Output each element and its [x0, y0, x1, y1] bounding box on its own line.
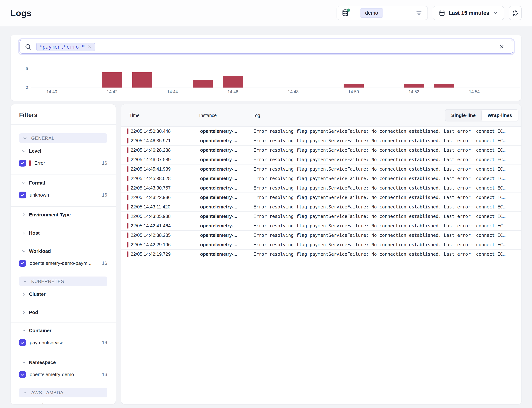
cell-instance: opentelemetry-... — [200, 166, 253, 172]
histogram-plot-area[interactable]: 14:4014:4214:4414:4614:4814:5014:5214:54 — [31, 61, 520, 94]
checkbox-checked[interactable] — [19, 339, 26, 346]
checkbox-checked[interactable] — [19, 371, 26, 378]
cell-time: 22/05 14:45:38.028 — [131, 176, 200, 181]
severity-error-tick — [127, 185, 129, 191]
clear-search-icon[interactable] — [499, 44, 505, 50]
x-axis-tick: 14:40 — [46, 89, 57, 94]
filter-group-pod[interactable]: Pod — [19, 309, 107, 315]
check-icon — [20, 340, 25, 345]
refresh-icon — [512, 9, 519, 17]
checkbox-checked[interactable] — [19, 260, 26, 267]
chevron-down-icon — [22, 390, 27, 395]
filter-section-kubernetes[interactable]: KUBERNETES — [19, 277, 107, 286]
calendar-icon — [439, 10, 445, 16]
cell-time: 22/05 14:46:35.971 — [131, 138, 200, 143]
severity-error-tick — [127, 213, 129, 219]
filter-item-count: 16 — [102, 161, 107, 166]
filter-group-format[interactable]: Format — [19, 180, 107, 186]
cell-log: Error resolving flag paymentServiceFailu… — [253, 148, 521, 153]
filter-section-general[interactable]: GENERAL — [19, 133, 107, 143]
cell-log: Error resolving flag paymentServiceFailu… — [253, 195, 521, 200]
data-source-picker[interactable]: demo — [337, 6, 428, 20]
cell-time: 22/05 14:42:19.729 — [131, 251, 200, 257]
cell-log: Error resolving flag paymentServiceFailu… — [253, 186, 521, 191]
time-range-button[interactable]: Last 15 minutes — [433, 6, 504, 20]
toggle-single-line[interactable]: Single-line — [445, 110, 481, 121]
filter-item: opentelemetry-demo16 — [19, 370, 107, 379]
table-row[interactable]: 22/05 14:43:22.986 opentelemetry-... Err… — [121, 193, 521, 202]
cell-time: 22/05 14:45:41.939 — [131, 166, 200, 172]
severity-error-tick — [127, 176, 129, 181]
cell-log: Error resolving flag paymentServiceFailu… — [253, 167, 521, 172]
filter-group-label: Cluster — [29, 291, 46, 297]
filter-group-workload[interactable]: Workload — [19, 248, 107, 254]
filter-item-count: 16 — [102, 261, 107, 266]
data-source-segment[interactable] — [337, 6, 354, 20]
query-chip[interactable]: *payment*error* — [36, 43, 95, 51]
filter-group-environment-type[interactable]: Environment Type — [19, 212, 107, 218]
table-row[interactable]: 22/05 14:43:11.420 opentelemetry-... Err… — [121, 202, 521, 212]
filter-group-label: Namespace — [29, 360, 56, 365]
severity-error-tick — [127, 242, 129, 247]
table-row[interactable]: 22/05 14:42:38.285 opentelemetry-... Err… — [121, 231, 521, 240]
cell-instance: opentelemetry-... — [200, 176, 253, 181]
cell-log: Error resolving flag paymentServiceFailu… — [253, 223, 521, 229]
cell-instance: opentelemetry-... — [200, 223, 253, 229]
cell-time: 22/05 14:50:30.448 — [131, 128, 200, 134]
refresh-button[interactable] — [509, 6, 522, 20]
table-row[interactable]: 22/05 14:43:30.757 opentelemetry-... Err… — [121, 183, 521, 193]
filter-group-container[interactable]: Container — [19, 327, 107, 334]
divider — [11, 225, 116, 225]
divider — [11, 124, 116, 125]
gridline-baseline — [31, 87, 520, 88]
check-icon — [20, 161, 25, 166]
filter-group-label: Pod — [29, 310, 38, 315]
cell-instance: opentelemetry-... — [200, 185, 253, 191]
time-range-label: Last 15 minutes — [449, 10, 489, 16]
table-row[interactable]: 22/05 14:45:38.028 opentelemetry-... Err… — [121, 174, 521, 183]
cell-log: Error resolving flag paymentServiceFailu… — [253, 204, 521, 210]
column-header-time: Time — [129, 113, 199, 118]
table-row[interactable]: 22/05 14:50:30.448 opentelemetry-... Err… — [121, 127, 521, 136]
filter-group-label: Host — [29, 230, 40, 236]
severity-error-tick — [127, 166, 129, 172]
table-row[interactable]: 22/05 14:46:35.971 opentelemetry-... Err… — [121, 136, 521, 145]
filter-item-count: 16 — [102, 372, 107, 377]
x-axis-tick: 14:42 — [107, 89, 117, 94]
source-tag-chip[interactable]: demo — [360, 8, 383, 18]
logs-table-header: Time Instance Log Single-line Wrap-lines — [121, 104, 521, 127]
table-row[interactable]: 22/05 14:42:19.729 opentelemetry-... Err… — [121, 250, 521, 259]
table-row[interactable]: 22/05 14:45:41.939 opentelemetry-... Err… — [121, 164, 521, 174]
filter-group-cluster[interactable]: Cluster — [19, 291, 107, 297]
check-icon — [20, 372, 25, 377]
filter-group-host[interactable]: Host — [19, 230, 107, 236]
divider — [11, 304, 116, 304]
column-header-log: Log — [253, 113, 445, 118]
filter-group-level[interactable]: Level — [19, 148, 107, 154]
checkbox-checked[interactable] — [19, 192, 26, 198]
filter-group-namespace[interactable]: Namespace — [19, 359, 107, 366]
checkbox-checked[interactable] — [19, 160, 26, 167]
log-histogram: 5 0 14:4014:4214:4414:4614:4814:5014:521… — [19, 61, 520, 94]
chevron-down-icon — [493, 10, 498, 16]
table-row[interactable]: 22/05 14:46:28.238 opentelemetry-... Err… — [121, 145, 521, 155]
remove-chip-icon[interactable] — [87, 45, 92, 49]
table-row[interactable]: 22/05 14:43:05.988 opentelemetry-... Err… — [121, 212, 521, 221]
chevron-down-icon — [21, 149, 26, 153]
severity-error-tick — [127, 232, 129, 238]
severity-error-tick — [127, 204, 129, 210]
histogram-bar — [223, 76, 243, 87]
filter-item: Error16 — [19, 158, 107, 168]
filter-item-label: Error — [34, 160, 45, 166]
filter-group-function-name[interactable]: Function Name — [19, 402, 107, 404]
table-row[interactable]: 22/05 14:42:29.196 opentelemetry-... Err… — [121, 240, 521, 250]
cell-log: Error resolving flag paymentServiceFailu… — [253, 176, 521, 181]
filter-section-aws-lambda[interactable]: AWS LAMBDA — [19, 388, 107, 397]
filter-lines-icon[interactable] — [415, 9, 423, 17]
search-input[interactable]: *payment*error* — [19, 40, 513, 54]
table-row[interactable]: 22/05 14:42:41.464 opentelemetry-... Err… — [121, 221, 521, 231]
filter-group-label: Format — [29, 180, 45, 186]
toggle-wrap-lines[interactable]: Wrap-lines — [482, 110, 518, 121]
x-axis-tick: 14:52 — [409, 89, 419, 94]
table-row[interactable]: 22/05 14:46:07.589 opentelemetry-... Err… — [121, 155, 521, 164]
